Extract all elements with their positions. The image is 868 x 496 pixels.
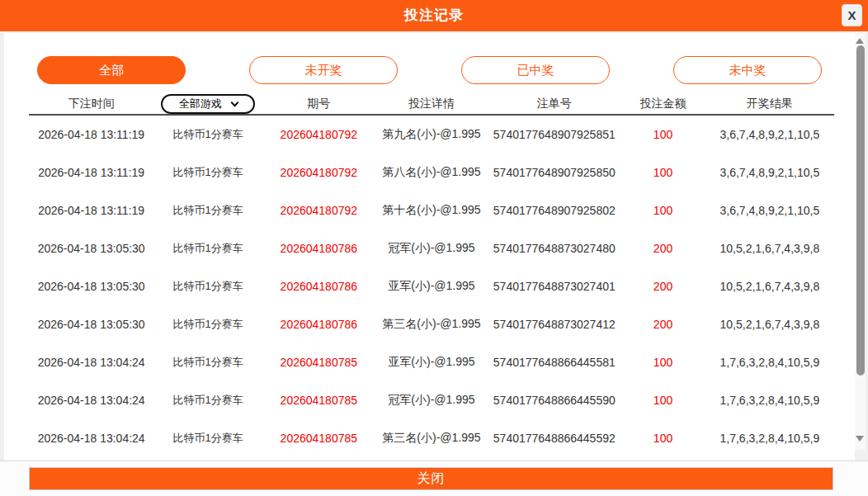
header-bet-amount: 投注金额 xyxy=(620,97,705,111)
close-button[interactable]: 关闭 xyxy=(29,467,833,490)
cell-bet-time: 2026-04-18 13:11:19 xyxy=(29,166,153,179)
cell-bet-amount: 100 xyxy=(620,204,705,217)
cell-issue-number: 202604180785 xyxy=(262,432,375,445)
cell-order-number: 5740177648866445590 xyxy=(488,394,620,407)
cell-bet-time: 2026-04-18 13:05:30 xyxy=(29,280,153,293)
cell-bet-amount: 100 xyxy=(620,166,705,179)
cell-draw-result: 1,7,6,3,2,8,4,10,5,9 xyxy=(705,356,834,369)
cell-bet-detail: 亚军(小)-@1.995 xyxy=(375,355,488,370)
cell-bet-amount: 100 xyxy=(620,432,705,445)
filter-lost-button[interactable]: 未中奖 xyxy=(673,56,822,84)
cell-bet-amount: 100 xyxy=(620,394,705,407)
table-row: 2026-04-18 13:11:19 比特币1分赛车 202604180792… xyxy=(29,154,834,191)
cell-issue-number: 202604180792 xyxy=(262,204,375,217)
header-bet-time: 下注时间 xyxy=(29,97,153,111)
cell-draw-result: 10,5,2,1,6,7,4,3,9,8 xyxy=(705,242,834,255)
close-dialog-button[interactable]: X xyxy=(842,4,862,26)
cell-bet-amount: 200 xyxy=(620,280,705,293)
cell-bet-detail: 冠军(小)-@1.995 xyxy=(375,241,488,256)
cell-issue-number: 202604180792 xyxy=(262,128,375,141)
table-row: 2026-04-18 13:05:30 比特币1分赛车 202604180786… xyxy=(29,267,834,305)
table-row: 2026-04-18 13:05:30 比特币1分赛车 202604180786… xyxy=(29,305,834,343)
cell-game-name: 比特币1分赛车 xyxy=(153,241,262,256)
table-header-row: 下注时间 全部游戏 期号 投注详情 注单号 投注金额 开奖结果 xyxy=(29,94,834,116)
cell-issue-number: 202604180786 xyxy=(262,280,375,293)
cell-bet-detail: 第三名(小)-@1.995 xyxy=(375,317,488,332)
table-row: 2026-04-18 13:04:24 比特币1分赛车 202604180785… xyxy=(29,419,834,457)
cell-order-number: 5740177648866445581 xyxy=(488,356,620,369)
cell-game-name: 比特币1分赛车 xyxy=(153,165,262,180)
dialog-titlebar: 投注记录 X xyxy=(0,0,868,31)
cell-bet-time: 2026-04-18 13:04:24 xyxy=(29,394,153,407)
header-game-filter: 全部游戏 xyxy=(153,94,262,114)
cell-bet-detail: 第十名(小)-@1.995 xyxy=(375,203,488,218)
header-order-number: 注单号 xyxy=(488,97,620,111)
cell-order-number: 5740177648907925851 xyxy=(488,128,620,141)
vertical-scrollbar[interactable] xyxy=(855,33,866,450)
close-icon: X xyxy=(847,8,856,22)
cell-bet-amount: 200 xyxy=(620,242,705,255)
cell-bet-time: 2026-04-18 13:11:19 xyxy=(29,204,153,217)
cell-draw-result: 3,6,7,4,8,9,2,1,10,5 xyxy=(705,128,834,141)
dialog-footer: 关闭 xyxy=(0,461,868,496)
cell-draw-result: 3,6,7,4,8,9,2,1,10,5 xyxy=(705,204,834,217)
cell-order-number: 5740177648873027480 xyxy=(488,242,620,255)
header-bet-detail: 投注详情 xyxy=(375,97,488,111)
cell-draw-result: 3,6,7,4,8,9,2,1,10,5 xyxy=(705,166,834,179)
cell-draw-result: 1,7,6,3,2,8,4,10,5,9 xyxy=(705,432,834,445)
scroll-down-arrow-icon[interactable] xyxy=(856,436,864,442)
game-filter-selected-value: 全部游戏 xyxy=(179,97,222,111)
cell-issue-number: 202604180792 xyxy=(262,166,375,179)
cell-game-name: 比特币1分赛车 xyxy=(153,393,262,408)
cell-bet-time: 2026-04-18 13:05:30 xyxy=(29,318,153,331)
filter-bar: 全部 未开奖 已中奖 未中奖 xyxy=(37,56,822,84)
table-row: 2026-04-18 13:11:19 比特币1分赛车 202604180792… xyxy=(29,116,834,154)
cell-bet-detail: 第九名(小)-@1.995 xyxy=(375,127,488,142)
cell-issue-number: 202604180785 xyxy=(262,394,375,407)
cell-bet-detail: 第三名(小)-@1.995 xyxy=(375,431,488,446)
cell-game-name: 比特币1分赛车 xyxy=(153,203,262,218)
cell-issue-number: 202604180786 xyxy=(262,242,375,255)
filter-all-button[interactable]: 全部 xyxy=(37,56,186,84)
filter-undrawn-button[interactable]: 未开奖 xyxy=(249,56,398,84)
cell-order-number: 5740177648873027412 xyxy=(488,318,620,331)
cell-game-name: 比特币1分赛车 xyxy=(153,317,262,332)
cell-draw-result: 10,5,2,1,6,7,4,3,9,8 xyxy=(705,318,834,331)
cell-order-number: 5740177648907925802 xyxy=(488,204,620,217)
table-row: 2026-04-18 13:04:24 比特币1分赛车 202604180785… xyxy=(29,343,834,381)
filter-won-button[interactable]: 已中奖 xyxy=(461,56,610,84)
cell-bet-time: 2026-04-18 13:11:19 xyxy=(29,128,153,141)
scrollbar-thumb[interactable] xyxy=(856,45,865,376)
table-row: 2026-04-18 13:04:24 比特币1分赛车 202604180785… xyxy=(29,381,834,419)
dialog-title: 投注记录 xyxy=(0,0,868,31)
cell-bet-time: 2026-04-18 13:04:24 xyxy=(29,356,153,369)
cell-game-name: 比特币1分赛车 xyxy=(153,127,262,142)
cell-bet-time: 2026-04-18 13:04:24 xyxy=(29,432,153,445)
cell-bet-detail: 亚军(小)-@1.995 xyxy=(375,279,488,294)
cell-game-name: 比特币1分赛车 xyxy=(153,355,262,370)
cell-order-number: 5740177648907925850 xyxy=(488,166,620,179)
cell-issue-number: 202604180786 xyxy=(262,318,375,331)
cell-bet-time: 2026-04-18 13:05:30 xyxy=(29,242,153,255)
cell-order-number: 5740177648866445592 xyxy=(488,432,620,445)
table-row: 2026-04-18 13:11:19 比特币1分赛车 202604180792… xyxy=(29,191,834,229)
game-filter-select[interactable]: 全部游戏 xyxy=(161,94,255,114)
cell-order-number: 5740177648873027401 xyxy=(488,280,620,293)
cell-game-name: 比特币1分赛车 xyxy=(153,431,262,446)
cell-bet-detail: 冠军(小)-@1.995 xyxy=(375,393,488,408)
header-issue-number: 期号 xyxy=(262,97,375,111)
table-body: 2026-04-18 13:11:19 比特币1分赛车 202604180792… xyxy=(29,116,834,461)
cell-issue-number: 202604180785 xyxy=(262,356,375,369)
cell-draw-result: 10,5,2,1,6,7,4,3,9,8 xyxy=(705,280,834,293)
cell-bet-amount: 200 xyxy=(620,318,705,331)
betting-records-panel: 全部 未开奖 已中奖 未中奖 下注时间 全部游戏 期号 投注详情 注单号 投注金… xyxy=(4,33,855,461)
cell-draw-result: 1,7,6,3,2,8,4,10,5,9 xyxy=(705,394,834,407)
header-draw-result: 开奖结果 xyxy=(705,97,834,111)
cell-game-name: 比特币1分赛车 xyxy=(153,279,262,294)
scroll-up-arrow-icon[interactable] xyxy=(856,38,864,44)
cell-bet-amount: 100 xyxy=(620,128,705,141)
cell-bet-detail: 第八名(小)-@1.995 xyxy=(375,165,488,180)
chevron-down-icon xyxy=(230,98,238,106)
cell-bet-amount: 100 xyxy=(620,356,705,369)
table-row: 2026-04-18 13:05:30 比特币1分赛车 202604180786… xyxy=(29,229,834,267)
